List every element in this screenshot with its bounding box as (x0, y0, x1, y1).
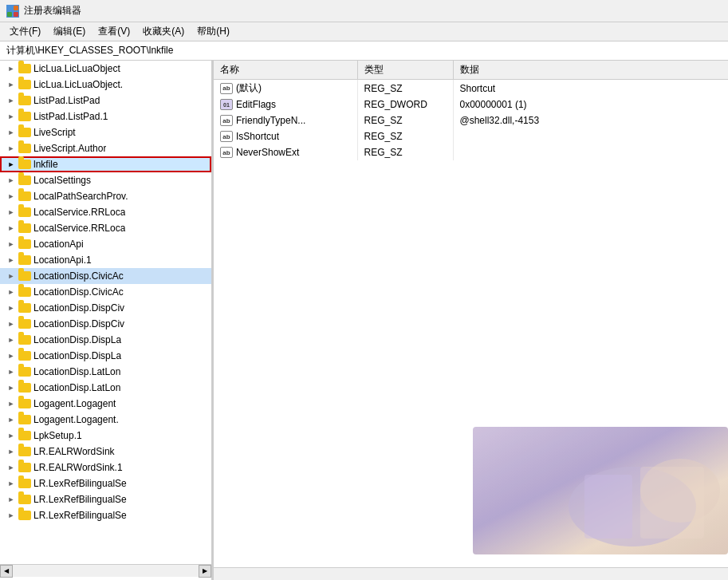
tree-item-listpad2[interactable]: ► ListPad.ListPad.1 (0, 109, 211, 124)
tree-label: LocationDisp.CivicAc (33, 270, 124, 282)
tree-item-localservice1[interactable]: ► LocalService.RRLoca (0, 204, 211, 220)
value-name: EditFlags (236, 99, 276, 110)
table-row[interactable]: ab IsShortcut REG_SZ (214, 128, 728, 144)
tree-panel: ► LicLua.LicLuaObject ► LicLua.LicLuaObj… (0, 61, 214, 580)
tree-item-localpathsearch[interactable]: ► LocalPathSearchProv. (0, 188, 211, 204)
tree-label: LR.EALRWordSink (33, 446, 115, 457)
tree-item-localservice2[interactable]: ► LocalService.RRLoca (0, 220, 211, 236)
tree-item-lnkfile[interactable]: ► lnkfile (0, 156, 211, 172)
menu-view[interactable]: 查看(V) (92, 23, 136, 40)
tree-item-locationdisp3[interactable]: ► LocationDisp.DispCiv (0, 300, 211, 316)
tree-item-lr1[interactable]: ► LR.EALRWordSink (0, 444, 211, 460)
tree-arrow: ► (6, 447, 16, 456)
tree-item-livescript[interactable]: ► LiveScript (0, 124, 211, 140)
cell-name: ab NeverShowExt (214, 144, 357, 160)
tree-item-locationdisp5[interactable]: ► LocationDisp.DispLa (0, 332, 211, 348)
col-header-type[interactable]: 类型 (357, 61, 453, 80)
tree-item-localsettings[interactable]: ► LocalSettings (0, 172, 211, 188)
folder-icon (18, 286, 31, 298)
folder-icon (18, 510, 31, 521)
tree-item-lr2[interactable]: ► LR.EALRWordSink.1 (0, 460, 211, 475)
tree-item-logagent2[interactable]: ► Logagent.Logagent. (0, 412, 211, 428)
menu-file[interactable]: 文件(F) (3, 23, 47, 40)
folder-icon (18, 143, 31, 154)
tree-arrow: ► (6, 495, 16, 504)
tree-arrow: ► (6, 303, 16, 313)
tree-label: LicLua.LicLuaObject (33, 63, 120, 74)
tree-item-locationdisp7[interactable]: ► LocationDisp.LatLon (0, 364, 211, 380)
app-icon (6, 5, 19, 18)
folder-icon (18, 430, 31, 441)
tree-item-liclua1[interactable]: ► LicLua.LicLuaObject (0, 61, 211, 77)
tree-item-livescriptauthor[interactable]: ► LiveScript.Author (0, 140, 211, 156)
table-row[interactable]: 01 EditFlags REG_DWORD 0x00000001 (1) (214, 97, 728, 112)
tree-item-locationdisp8[interactable]: ► LocationDisp.LatLon (0, 380, 211, 396)
tree-label: LocationDisp.LatLon (33, 366, 120, 377)
svg-rect-3 (14, 12, 18, 17)
value-icon-ab: ab (220, 115, 233, 126)
registry-table-body: ab (默认) REG_SZ Shortcut 01 E (214, 80, 728, 161)
cell-data (453, 128, 728, 144)
tree-scroll[interactable]: ► LicLua.LicLuaObject ► LicLua.LicLuaObj… (0, 61, 211, 564)
tree-label: LocalPathSearchProv. (33, 191, 128, 202)
tree-label: LpkSetup.1 (33, 430, 82, 441)
scroll-right-button[interactable]: ▶ (199, 565, 211, 578)
folder-icon (18, 111, 31, 122)
tree-item-lr3[interactable]: ► LR.LexRefBilingualSe (0, 475, 211, 491)
tree-arrow: ► (6, 207, 16, 217)
table-row[interactable]: ab NeverShowExt REG_SZ (214, 144, 728, 160)
table-row[interactable]: ab FriendlyTypeN... REG_SZ @shell32.dll,… (214, 112, 728, 128)
tree-item-logagent1[interactable]: ► Logagent.Logagent (0, 396, 211, 412)
right-horizontal-scrollbar[interactable] (214, 567, 728, 580)
folder-icon (18, 350, 31, 361)
value-name: IsShortcut (236, 131, 279, 142)
tree-item-locationdisp2[interactable]: ► LocationDisp.CivicAc (0, 284, 211, 300)
tree-item-listpad1[interactable]: ► ListPad.ListPad (0, 93, 211, 109)
tree-item-locationdisp6[interactable]: ► LocationDisp.DispLa (0, 348, 211, 364)
tree-label: ListPad.ListPad (33, 95, 100, 106)
tree-label: LocationDisp.DispLa (33, 350, 121, 361)
scroll-track[interactable] (13, 565, 199, 577)
folder-icon (18, 366, 31, 377)
tree-label: LR.LexRefBilingualSe (33, 510, 127, 521)
folder-icon (18, 95, 31, 106)
tree-item-locationdisp4[interactable]: ► LocationDisp.DispCiv (0, 316, 211, 332)
folder-icon (18, 302, 31, 314)
folder-icon (18, 159, 31, 170)
tree-item-locationapi[interactable]: ► LocationApi (0, 236, 211, 252)
tree-arrow: ► (6, 415, 16, 424)
cell-data: Shortcut (453, 80, 728, 97)
menu-help[interactable]: 帮助(H) (191, 23, 236, 40)
tree-item-locationapi1[interactable]: ► LocationApi.1 (0, 252, 211, 268)
menu-edit[interactable]: 编辑(E) (47, 23, 92, 40)
tree-arrow: ► (6, 80, 16, 89)
value-name: FriendlyTypeN... (236, 115, 305, 126)
table-row[interactable]: ab (默认) REG_SZ Shortcut (214, 80, 728, 97)
address-bar: 计算机\HKEY_CLASSES_ROOT\lnkfile (0, 41, 728, 61)
tree-arrow: ► (6, 511, 16, 520)
registry-table: 名称 类型 数据 ab (默认) (214, 61, 728, 160)
tree-item-lr5[interactable]: ► LR.LexRefBilingualSe (0, 507, 211, 523)
tree-arrow: ► (6, 319, 16, 329)
menu-favorites[interactable]: 收藏夹(A) (136, 23, 191, 40)
tree-arrow: ► (6, 160, 16, 169)
tree-label: LocationDisp.DispCiv (33, 302, 124, 314)
folder-icon (18, 223, 31, 234)
scroll-left-button[interactable]: ◀ (0, 565, 13, 578)
tree-horizontal-scrollbar[interactable]: ◀ ▶ (0, 564, 211, 577)
decorative-image (473, 427, 728, 554)
tree-item-locationdisp1[interactable]: ► LocationDisp.CivicAc (0, 268, 211, 284)
tree-item-liclua2[interactable]: ► LicLua.LicLuaObject. (0, 77, 211, 93)
cell-type: REG_SZ (357, 128, 453, 144)
tree-arrow: ► (6, 431, 16, 440)
tree-label: LR.LexRefBilingualSe (33, 494, 127, 505)
col-header-name[interactable]: 名称 (214, 61, 357, 80)
cell-type: REG_SZ (357, 80, 453, 97)
tree-item-lr4[interactable]: ► LR.LexRefBilingualSe (0, 491, 211, 507)
value-icon-ab: ab (220, 131, 233, 142)
cell-data: @shell32.dll,-4153 (453, 112, 728, 128)
tree-item-lpksetup[interactable]: ► LpkSetup.1 (0, 428, 211, 444)
tree-arrow: ► (6, 128, 16, 137)
scroll-track[interactable] (214, 568, 728, 580)
col-header-data[interactable]: 数据 (453, 61, 728, 80)
